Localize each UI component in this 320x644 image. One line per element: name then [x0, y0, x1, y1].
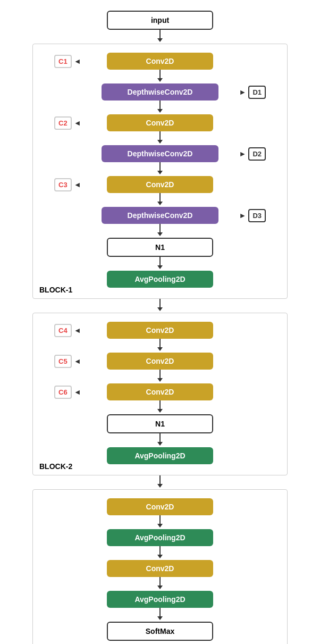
a11 — [157, 433, 163, 447]
c3-arrow: ◄ — [74, 180, 81, 189]
c2-label: C2 — [54, 116, 72, 130]
d2-label: D2 — [248, 147, 266, 161]
a5 — [157, 193, 163, 207]
a1 — [157, 70, 163, 83]
block-1: C1 ◄ Conv2D DepthwiseConv2D ► D1 C2 ◄ Co… — [32, 44, 288, 299]
c5-label-container: C5 ◄ — [54, 355, 82, 368]
input-label: input — [151, 16, 169, 24]
c3-label: C3 — [54, 178, 72, 191]
avg1-row: AvgPooling2D — [44, 271, 276, 288]
a8 — [157, 339, 163, 353]
softmax-node: SoftMax — [107, 622, 213, 641]
conv6-node: Conv2D — [107, 383, 213, 400]
a13 — [157, 546, 163, 560]
block-2: C4 ◄ Conv2D C5 ◄ Conv2D C6 ◄ Conv2D — [32, 313, 288, 475]
dep2-node: DepthwiseConv2D — [102, 145, 218, 162]
a14 — [157, 577, 163, 591]
a9 — [157, 370, 163, 383]
a6 — [157, 224, 163, 238]
conv4-row: C4 ◄ Conv2D — [44, 322, 276, 339]
d1-arrow: ► — [239, 88, 247, 96]
block-3: Conv2D AvgPooling2D Conv2D AvgPooling2D … — [32, 489, 288, 644]
dep2-row: DepthwiseConv2D ► D2 — [44, 145, 276, 162]
conv6-row: C6 ◄ Conv2D — [44, 383, 276, 400]
arrow-b2-b3 — [157, 475, 163, 489]
block2-label: BLOCK-2 — [39, 462, 72, 471]
a4 — [157, 162, 163, 176]
d1-label: D1 — [248, 86, 266, 99]
a2 — [157, 101, 163, 114]
a10 — [157, 400, 163, 414]
c6-arrow: ◄ — [74, 388, 81, 396]
c6-label-container: C6 ◄ — [54, 386, 82, 399]
avg4-row: AvgPooling2D — [44, 591, 276, 608]
c1-arrow: ◄ — [74, 57, 81, 65]
a15 — [157, 608, 163, 622]
c4-label: C4 — [54, 324, 72, 337]
c4-label-container: C4 ◄ — [54, 324, 82, 337]
d2-label-container: ► D2 — [238, 147, 266, 161]
c3-label-container: C3 ◄ — [54, 178, 82, 191]
avg3-row: AvgPooling2D — [44, 529, 276, 546]
conv2-node: Conv2D — [107, 114, 213, 131]
a3 — [157, 131, 163, 145]
conv1-row: C1 ◄ Conv2D — [44, 53, 276, 70]
dep1-node: DepthwiseConv2D — [102, 83, 218, 101]
conv7-row: Conv2D — [44, 498, 276, 515]
dep3-row: DepthwiseConv2D ► D3 — [44, 207, 276, 224]
n1-b1-row: N1 — [44, 238, 276, 257]
conv8-row: Conv2D — [44, 560, 276, 577]
softmax-row: SoftMax — [44, 622, 276, 641]
c4-arrow: ◄ — [74, 326, 81, 334]
d3-arrow: ► — [239, 211, 247, 220]
conv8-node: Conv2D — [107, 560, 213, 577]
avg3-node: AvgPooling2D — [107, 529, 213, 546]
n1-b1-node: N1 — [107, 238, 213, 257]
conv5-row: C5 ◄ Conv2D — [44, 353, 276, 370]
conv2-row: C2 ◄ Conv2D — [44, 114, 276, 131]
avg2-node: AvgPooling2D — [107, 447, 213, 464]
d3-label-container: ► D3 — [238, 209, 266, 222]
conv5-node: Conv2D — [107, 353, 213, 370]
n1-b2-node: N1 — [107, 414, 213, 433]
c6-label: C6 — [54, 386, 72, 399]
dep3-node: DepthwiseConv2D — [102, 207, 218, 224]
conv3-row: C3 ◄ Conv2D — [44, 176, 276, 193]
diagram-container: input C1 ◄ Conv2D DepthwiseConv2D ► D1 — [0, 0, 320, 644]
c5-arrow: ◄ — [74, 357, 81, 365]
d1-label-container: ► D1 — [238, 86, 266, 99]
avg4-node: AvgPooling2D — [107, 591, 213, 608]
c1-label-container: C1 ◄ — [54, 55, 82, 68]
c2-arrow: ◄ — [74, 119, 81, 127]
n1-b2-row: N1 — [44, 414, 276, 433]
conv3-node: Conv2D — [107, 176, 213, 193]
dep1-row: DepthwiseConv2D ► D1 — [44, 83, 276, 101]
conv7-node: Conv2D — [107, 498, 213, 515]
conv1-node: Conv2D — [107, 53, 213, 70]
avg1-node: AvgPooling2D — [107, 271, 213, 288]
input-row: input — [16, 11, 304, 30]
d3-label: D3 — [248, 209, 266, 222]
d2-arrow: ► — [239, 149, 247, 158]
c1-label: C1 — [54, 55, 72, 68]
input-node: input — [107, 11, 213, 30]
c2-label-container: C2 ◄ — [54, 116, 82, 130]
arrow-to-block1 — [157, 30, 163, 44]
a12 — [157, 515, 163, 529]
avg2-row: AvgPooling2D — [44, 447, 276, 464]
c5-label: C5 — [54, 355, 72, 368]
a7 — [157, 257, 163, 271]
block1-label: BLOCK-1 — [39, 286, 72, 294]
conv4-node: Conv2D — [107, 322, 213, 339]
arrow-b1-b2 — [157, 299, 163, 313]
